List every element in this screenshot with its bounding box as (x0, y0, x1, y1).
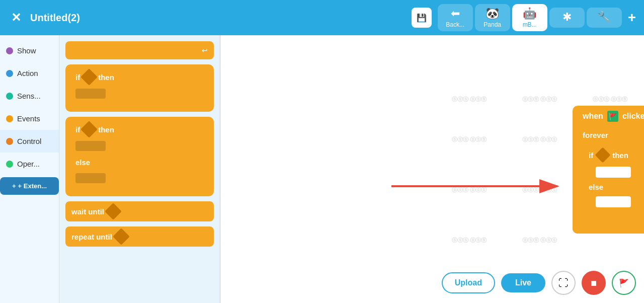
sidebar-operators-label: Oper... (17, 160, 40, 168)
sidebar-show-label: Show (17, 46, 36, 55)
extend-label: + Exten... (18, 182, 47, 190)
sidebar-item-control[interactable]: Control (0, 130, 59, 153)
repeat-diamond (113, 228, 130, 245)
action-dot (6, 70, 13, 77)
watermark-7: ⓢⓢⓢ ⓢⓢⓢ (522, 136, 557, 143)
expand-icon: ⛶ (558, 277, 569, 289)
save-button[interactable]: 💾 (412, 8, 432, 28)
save-icon: 💾 (417, 13, 427, 23)
main-area: Show Action Sens... Events Control Oper.… (0, 35, 644, 303)
watermark-1: ⓢⓢⓢ ⓢⓢⓢ (452, 96, 487, 103)
forever-label: forever (583, 131, 608, 139)
watermark-14: ⓢⓢⓢ ⓢⓢⓢ (452, 237, 487, 244)
expand-button[interactable]: ⛶ (551, 271, 576, 295)
canvas-else-label: else (589, 183, 603, 191)
sidebar-item-events[interactable]: Events (0, 107, 59, 130)
tab-settings[interactable]: 🔧 (587, 8, 622, 28)
if-label-2: if (75, 125, 80, 134)
watermark-6: ⓢⓢⓢ ⓢⓢⓢ (452, 136, 487, 143)
close-button[interactable]: ✕ (8, 11, 24, 25)
clicked-label: clicked (622, 112, 644, 121)
forever-outer: forever if then else (573, 127, 644, 234)
sensors-dot (6, 93, 13, 100)
if-then-container: if then else (573, 143, 644, 215)
then-label-1: then (98, 73, 114, 82)
live-button[interactable]: Live (501, 273, 545, 292)
block-repeat-until[interactable]: repeat until (65, 226, 214, 247)
operators-dot (6, 161, 13, 168)
sidebar-control-label: Control (17, 137, 41, 145)
canvas-if-slot (583, 165, 644, 180)
block-slot-2 (75, 141, 106, 151)
when-label: when (583, 112, 603, 121)
bluetooth-icon: ✱ (562, 11, 572, 24)
sidebar-action-label: Action (17, 69, 38, 78)
sidebar-item-show[interactable]: Show (0, 39, 59, 62)
back-icon: ⬅ (451, 7, 460, 20)
if-label-1: if (75, 73, 80, 82)
tab-back[interactable]: ⬅ Back... (438, 4, 473, 31)
block-arrow-top[interactable]: ↩ (65, 41, 214, 59)
upload-button[interactable]: Upload (442, 272, 495, 293)
device-tabs: ⬅ Back... 🐼 Panda 🤖 mB... ✱ 🔧 (438, 4, 622, 31)
wait-until-label: wait until (71, 207, 104, 216)
watermark-11: ⓢⓢⓢ ⓢⓢⓢ (522, 186, 557, 194)
repeat-until-label: repeat until (71, 233, 112, 241)
else-label: else (75, 158, 90, 167)
tab-back-label: Back... (446, 21, 464, 28)
arrow-diagram (386, 156, 578, 216)
block-if-then-1[interactable]: if then (65, 64, 214, 112)
extend-button[interactable]: + + Exten... (0, 177, 59, 195)
settings-icon: 🔧 (597, 11, 611, 24)
tab-mbot-label: mB... (523, 21, 537, 28)
block-bottom-2 (69, 185, 210, 193)
arrow-icon: ↩ (202, 46, 208, 54)
panda-icon: 🐼 (486, 7, 499, 20)
tab-panda-label: Panda (484, 21, 501, 28)
then-label-2: then (98, 125, 114, 134)
else-row: else (69, 153, 210, 171)
if-then-row-1: if then (69, 67, 210, 87)
stop-icon: ■ (591, 277, 597, 289)
canvas-if-then-row[interactable]: if then (583, 145, 644, 165)
canvas-then-label: then (612, 151, 628, 160)
extend-plus-icon: + (12, 182, 16, 190)
block-if-then-else[interactable]: if then else (65, 117, 214, 196)
tab-panda[interactable]: 🐼 Panda (475, 4, 510, 31)
if-then-row-2: if then (69, 120, 210, 139)
flag-icon: 🚩 (607, 111, 618, 122)
canvas-else-slot (583, 194, 644, 213)
watermark-15: ⓢⓢⓢ ⓢⓢⓢ (522, 237, 557, 244)
script-container: when 🚩 clicked forever if then (573, 106, 644, 234)
stop-button[interactable]: ■ (582, 271, 606, 295)
header: ✕ Untitled(2) 💾 ⬅ Back... 🐼 Panda 🤖 mB..… (0, 0, 644, 35)
watermark-10: ⓢⓢⓢ ⓢⓢⓢ (452, 186, 487, 194)
forever-label-block: forever (573, 127, 644, 143)
events-dot (6, 115, 13, 122)
sidebar-events-label: Events (17, 114, 40, 123)
canvas-if-inner-slot (596, 167, 631, 178)
sidebar-item-operators[interactable]: Oper... (0, 153, 59, 175)
bottom-bar: Upload Live ⛶ ■ 🚩 (442, 271, 636, 295)
canvas-else-row: else (583, 180, 644, 194)
block-bottom-1 (69, 101, 210, 109)
diamond-slot-1 (80, 68, 98, 86)
project-title: Untitled(2) (30, 12, 406, 24)
block-slot-3 (75, 173, 106, 183)
play-button[interactable]: 🚩 (612, 271, 636, 295)
add-button[interactable]: + (628, 10, 636, 26)
play-icon: 🚩 (619, 278, 629, 288)
watermark-2: ⓢⓢⓢ ⓢⓢⓢ (522, 96, 557, 103)
canvas: ⓢⓢⓢ ⓢⓢⓢ ⓢⓢⓢ ⓢⓢⓢ ⓢⓢⓢ ⓢⓢⓢ ⓢⓢⓢ ⓢⓢⓢ ⓢⓢⓢ ⓢⓢⓢ … (220, 35, 644, 303)
tab-bluetooth[interactable]: ✱ (549, 8, 585, 28)
block-wait-until[interactable]: wait until (65, 201, 214, 221)
watermark-3: ⓢⓢⓢ ⓢⓢⓢ (593, 96, 627, 103)
when-clicked-block[interactable]: when 🚩 clicked (573, 106, 644, 127)
forever-bottom-arrow: ↩ (573, 215, 644, 234)
sidebar: Show Action Sens... Events Control Oper.… (0, 35, 59, 303)
sidebar-item-action[interactable]: Action (0, 62, 59, 85)
tab-mbot[interactable]: 🤖 mB... (512, 4, 547, 31)
show-dot (6, 47, 13, 54)
sidebar-item-sensors[interactable]: Sens... (0, 85, 59, 107)
canvas-else-inner-slot (596, 196, 631, 207)
